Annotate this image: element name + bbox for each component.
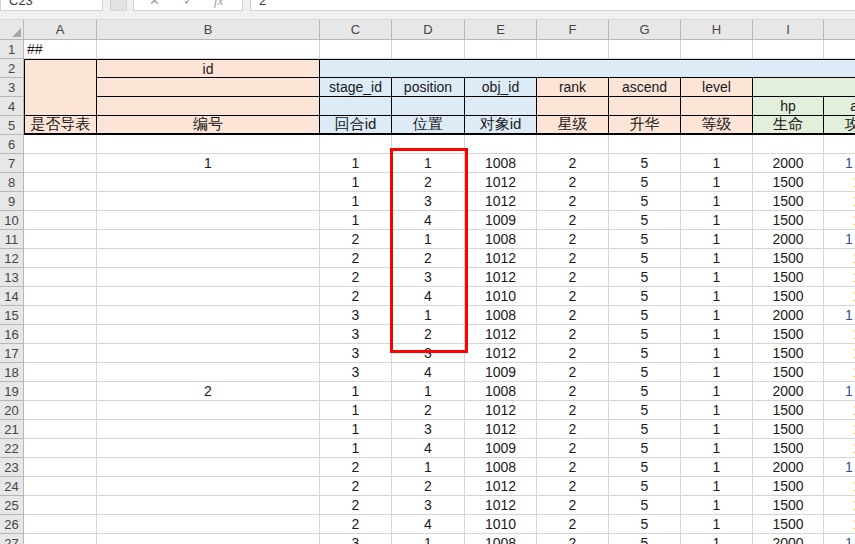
cell-i26[interactable]: 1500 [753,515,824,534]
cell-i27[interactable]: 2000 [753,534,824,544]
cell-d22[interactable]: 4 [392,439,465,458]
cell-c8[interactable]: 1 [320,173,392,192]
cell-j25[interactable]: 1 [824,496,855,515]
cell-i11[interactable]: 2000 [753,230,824,249]
cell-h24[interactable]: 1 [681,477,753,496]
row-header-26[interactable]: 26 [0,515,24,534]
cell-c16[interactable]: 3 [320,325,392,344]
cell-a9[interactable] [24,192,97,211]
cell-i4-hp[interactable]: hp [753,97,824,116]
cell-i5-hp[interactable]: 生命 [753,116,824,135]
column-header-g[interactable]: G [609,20,681,40]
cell-e27[interactable]: 1008 [465,534,537,544]
cell-c7[interactable]: 1 [320,154,392,173]
cell-f14[interactable]: 2 [537,287,609,306]
cell-g11[interactable]: 5 [609,230,681,249]
cell-a13[interactable] [24,268,97,287]
cell-d27[interactable]: 1 [392,534,465,544]
cell-a21[interactable] [24,420,97,439]
row-header-6[interactable]: 6 [0,135,24,154]
cell-f23[interactable]: 2 [537,458,609,477]
row-header-7[interactable]: 7 [0,154,24,173]
cell-i20[interactable]: 1500 [753,401,824,420]
cell-b23[interactable] [97,458,320,477]
cell-j11[interactable]: 1 [824,230,855,249]
cell-g19[interactable]: 5 [609,382,681,401]
row-header-14[interactable]: 14 [0,287,24,306]
row-header-27[interactable]: 27 [0,534,24,544]
row-header-17[interactable]: 17 [0,344,24,363]
cell-g13[interactable]: 5 [609,268,681,287]
row-header-16[interactable]: 16 [0,325,24,344]
cell-g1[interactable] [609,40,681,59]
cell-f6[interactable] [537,135,609,154]
row-header-23[interactable]: 23 [0,458,24,477]
cell-g16[interactable]: 5 [609,325,681,344]
cell-h5-level[interactable]: 等级 [681,116,753,135]
cell-j26[interactable]: 1 [824,515,855,534]
cell-e23[interactable]: 1008 [465,458,537,477]
cell-c1[interactable] [320,40,392,59]
cell-c17[interactable]: 3 [320,344,392,363]
cell-a15[interactable] [24,306,97,325]
row-header-15[interactable]: 15 [0,306,24,325]
cell-d16[interactable]: 2 [392,325,465,344]
cell-g23[interactable]: 5 [609,458,681,477]
cell-j4-atk[interactable]: atk [824,97,855,116]
cell-h23[interactable]: 1 [681,458,753,477]
cell-i14[interactable]: 1500 [753,287,824,306]
cell-h27[interactable]: 1 [681,534,753,544]
cell-e15[interactable]: 1008 [465,306,537,325]
cell-e22[interactable]: 1009 [465,439,537,458]
enter-icon[interactable]: ✓ [183,0,194,8]
row-header-2[interactable]: 2 [0,59,24,78]
cell-h26[interactable]: 1 [681,515,753,534]
cell-h3-level[interactable]: level [681,78,753,97]
cell-j19[interactable]: 1 [824,382,855,401]
cell-f24[interactable]: 2 [537,477,609,496]
cell-i18[interactable]: 1500 [753,363,824,382]
cell-a12[interactable] [24,249,97,268]
cell-b18[interactable] [97,363,320,382]
row-header-25[interactable]: 25 [0,496,24,515]
cell-a27[interactable] [24,534,97,544]
cell-c22[interactable]: 1 [320,439,392,458]
cell-b16[interactable] [97,325,320,344]
cell-f9[interactable]: 2 [537,192,609,211]
cell-d7[interactable]: 1 [392,154,465,173]
cell-f27[interactable]: 2 [537,534,609,544]
row-header-5[interactable]: 5 [0,116,24,135]
cell-b17[interactable] [97,344,320,363]
cell-e3-obj-id[interactable]: obj_id [465,78,537,97]
cell-f22[interactable]: 2 [537,439,609,458]
cell-d6[interactable] [392,135,465,154]
cell-a16[interactable] [24,325,97,344]
cell-d10[interactable]: 4 [392,211,465,230]
cell-j8[interactable]: 1 [824,173,855,192]
cell-c11[interactable]: 2 [320,230,392,249]
cell-b6[interactable] [97,135,320,154]
cell-j21[interactable]: 1 [824,420,855,439]
cell-e10[interactable]: 1009 [465,211,537,230]
cell-e18[interactable]: 1009 [465,363,537,382]
cell-e1[interactable] [465,40,537,59]
cell-j9[interactable]: 1 [824,192,855,211]
cell-g21[interactable]: 5 [609,420,681,439]
name-box[interactable]: C23 [0,0,103,11]
cell-g26[interactable]: 5 [609,515,681,534]
cell-g8[interactable]: 5 [609,173,681,192]
cell-c27[interactable]: 3 [320,534,392,544]
row-header-12[interactable]: 12 [0,249,24,268]
column-header-i[interactable]: I [753,20,824,40]
cell-f15[interactable]: 2 [537,306,609,325]
cell-i6[interactable] [753,135,824,154]
cell-h10[interactable]: 1 [681,211,753,230]
row-header-1[interactable]: 1 [0,40,24,59]
cell-i13[interactable]: 1500 [753,268,824,287]
cell-f12[interactable]: 2 [537,249,609,268]
cell-e20[interactable]: 1012 [465,401,537,420]
cell-i22[interactable]: 1500 [753,439,824,458]
cell-d23[interactable]: 1 [392,458,465,477]
cell-f1[interactable] [537,40,609,59]
cell-j14[interactable]: 1 [824,287,855,306]
